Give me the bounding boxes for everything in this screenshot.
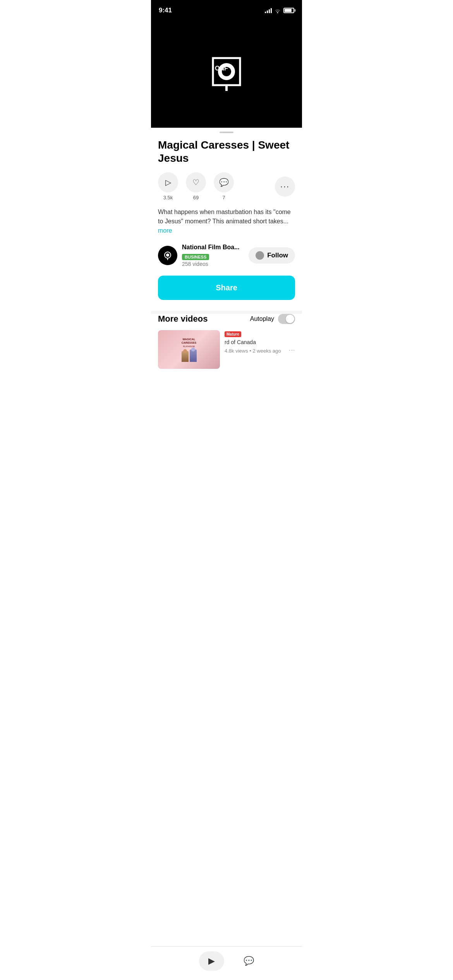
status-icons [265, 8, 294, 13]
toggle-knob [286, 315, 294, 323]
section-divider [151, 311, 302, 314]
channel-info: National Film Boa... BUSINESS 258 videos [182, 244, 244, 267]
comment-icon: 💬 [219, 178, 229, 187]
video-thumbnail: MaGiCalCaresses Playhouse [158, 330, 220, 369]
video-card-channel: rd of Canada [225, 339, 284, 346]
content-area: Magical Caresses | Sweet Jesus ▷ 3.5k ♡ … [151, 137, 302, 300]
svg-text:ONF: ONF [215, 65, 228, 72]
follow-button[interactable]: Follow [249, 247, 295, 264]
channel-logo: ONF [201, 48, 252, 99]
ellipsis-icon: ··· [280, 182, 290, 192]
autoplay-row: Autoplay [250, 314, 295, 324]
comment-count: 7 [222, 195, 225, 200]
heart-icon: ♡ [192, 178, 199, 187]
autoplay-label: Autoplay [250, 315, 274, 322]
business-badge: BUSINESS [182, 254, 209, 260]
more-videos-header: More videos Autoplay [151, 314, 302, 324]
video-card-info: Mature rd of Canada 4.8k views • 2 weeks… [225, 330, 284, 354]
status-time: 9:41 [159, 7, 172, 14]
more-options-button[interactable]: ··· [275, 176, 295, 197]
share-button[interactable]: Share [158, 276, 295, 300]
comment-button[interactable]: 💬 7 [214, 172, 234, 200]
battery-icon [283, 8, 294, 13]
video-description: What happens when masturbation has its "… [158, 207, 295, 235]
like-count: 69 [193, 195, 199, 200]
channel-video-count: 258 videos [182, 261, 244, 267]
signal-icon [265, 8, 272, 13]
video-card-meta: 4.8k views • 2 weeks ago [225, 348, 284, 354]
channel-avatar [158, 246, 177, 265]
channel-name: National Film Boa... [182, 244, 239, 251]
more-videos-title: More videos [158, 314, 208, 324]
autoplay-toggle[interactable] [278, 314, 295, 324]
follow-toggle-icon [256, 251, 264, 260]
status-bar: 9:41 [151, 0, 302, 19]
like-button[interactable]: ♡ 69 [186, 172, 206, 200]
svg-rect-7 [167, 258, 168, 260]
play-icon: ▷ [165, 178, 171, 187]
video-title: Magical Caresses | Sweet Jesus [158, 137, 295, 164]
play-button[interactable]: ▷ 3.5k [158, 172, 178, 200]
play-count: 3.5k [163, 195, 173, 200]
action-row: ▷ 3.5k ♡ 69 💬 7 ··· [158, 172, 295, 200]
video-player[interactable]: ONF [151, 19, 302, 128]
channel-row: National Film Boa... BUSINESS 258 videos… [158, 244, 295, 267]
video-card[interactable]: MaGiCalCaresses Playhouse Mature rd of C… [151, 330, 302, 369]
wifi-icon [274, 8, 281, 13]
drag-handle[interactable] [220, 132, 233, 133]
video-card-more-button[interactable]: ··· [288, 345, 295, 354]
follow-label: Follow [267, 252, 288, 259]
more-link[interactable]: more [158, 227, 172, 234]
mature-badge: Mature [225, 331, 241, 337]
svg-point-6 [166, 254, 169, 257]
svg-rect-4 [225, 85, 228, 91]
